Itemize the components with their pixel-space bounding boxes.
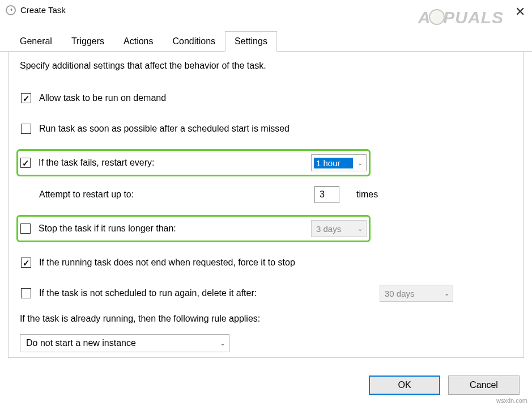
settings-panel: Specify additional settings that affect … <box>8 52 524 358</box>
checkbox-stop-longer[interactable] <box>20 223 31 234</box>
tab-bar: General Triggers Actions Conditions Sett… <box>0 31 532 52</box>
checkbox-force-stop[interactable] <box>21 258 31 268</box>
checkbox-delete-after[interactable] <box>21 288 31 298</box>
dropdown-value: Do not start a new instance <box>26 338 220 348</box>
row-delete-after: If the task is not scheduled to run agai… <box>20 283 518 303</box>
checkbox-restart-every[interactable] <box>20 158 31 168</box>
dropdown-value: 1 hour <box>314 158 353 168</box>
tab-actions[interactable]: Actions <box>114 31 163 52</box>
label-attempt-suffix: times <box>356 189 378 200</box>
label-restart-every: If the task fails, restart every: <box>39 158 155 168</box>
label-allow-on-demand: Allow task to be run on demand <box>39 93 166 103</box>
dialog-buttons: OK Cancel <box>369 376 520 395</box>
dropdown-running-rule[interactable]: Do not start a new instance ⌄ <box>20 334 229 352</box>
ok-button[interactable]: OK <box>369 376 440 395</box>
clock-icon <box>6 5 16 15</box>
tab-conditions[interactable]: Conditions <box>163 31 225 52</box>
tab-general[interactable]: General <box>10 31 62 52</box>
chevron-down-icon: ⌄ <box>444 290 449 297</box>
chevron-down-icon: ⌄ <box>357 225 363 233</box>
dropdown-restart-interval[interactable]: 1 hour ⌄ <box>311 154 367 171</box>
label-stop-longer: Stop the task if it runs longer than: <box>39 223 176 234</box>
checkbox-run-asap[interactable] <box>21 124 31 134</box>
tab-triggers[interactable]: Triggers <box>62 31 114 52</box>
row-run-asap: Run task as soon as possible after a sch… <box>20 119 518 139</box>
tab-settings[interactable]: Settings <box>225 31 277 52</box>
watermark: APUALS <box>418 8 504 27</box>
close-button[interactable]: ✕ <box>515 5 525 19</box>
window-title: Create Task <box>20 5 66 15</box>
label-run-asap: Run task as soon as possible after a sch… <box>39 124 290 134</box>
intro-text: Specify additional settings that affect … <box>20 61 518 71</box>
label-attempt: Attempt to restart up to: <box>39 189 134 200</box>
chevron-down-icon: ⌄ <box>220 339 225 347</box>
site-watermark: wsxdn.com <box>496 397 527 404</box>
dropdown-stop-longer[interactable]: 3 days ⌄ <box>311 220 367 237</box>
row-stop-longer: Stop the task if it runs longer than: 3 … <box>16 215 371 242</box>
dropdown-delete-after[interactable]: 30 days ⌄ <box>380 285 453 302</box>
row-allow-on-demand: Allow task to be run on demand <box>20 88 518 108</box>
cancel-button[interactable]: Cancel <box>448 376 520 395</box>
dropdown-value: 3 days <box>316 224 353 234</box>
row-force-stop: If the running task does not end when re… <box>20 252 518 273</box>
input-attempt-count[interactable]: 3 <box>314 186 339 203</box>
label-force-stop: If the running task does not end when re… <box>39 258 295 268</box>
dropdown-value: 30 days <box>385 289 440 298</box>
row-restart-every: If the task fails, restart every: 1 hour… <box>16 149 371 176</box>
row-attempt: Attempt to restart up to: 3 times <box>20 184 518 205</box>
rule-intro-text: If the task is already running, then the… <box>20 314 518 324</box>
checkbox-allow-on-demand[interactable] <box>21 93 31 103</box>
label-delete-after: If the task is not scheduled to run agai… <box>39 288 257 298</box>
chevron-down-icon: ⌄ <box>357 159 363 167</box>
